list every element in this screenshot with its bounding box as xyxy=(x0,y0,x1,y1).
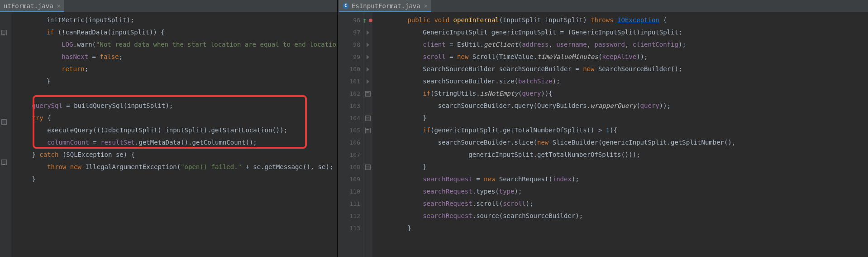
tab-title: EsInputFormat.java xyxy=(352,2,420,10)
gutter-mark[interactable] xyxy=(363,198,372,210)
code-line[interactable]: searchRequest = new SearchRequest(index)… xyxy=(377,173,868,185)
code-line[interactable]: SearchSourceBuilder searchSourceBuilder … xyxy=(377,63,868,75)
line-number: 104 xyxy=(338,112,360,124)
gutter-mark[interactable] xyxy=(363,124,372,136)
code-right[interactable]: public void openInternal(InputSplit inpu… xyxy=(372,12,868,257)
code-line[interactable]: try { xyxy=(11,112,337,124)
code-line[interactable]: } xyxy=(16,75,337,87)
line-number: 110 xyxy=(338,185,360,198)
code-line[interactable]: public void openInternal(InputSplit inpu… xyxy=(377,14,868,26)
line-number: 96 xyxy=(338,14,360,26)
gutter-mark[interactable] xyxy=(363,136,372,149)
fold-gutter-right: ↑ xyxy=(363,12,372,257)
line-number: 103 xyxy=(338,100,360,112)
line-number: 97 xyxy=(338,26,360,39)
line-number: 107 xyxy=(338,149,360,161)
code-line[interactable]: querySql = buildQuerySql(inputSplit); xyxy=(11,100,337,112)
code-line[interactable] xyxy=(16,87,337,100)
code-line[interactable]: } xyxy=(377,112,868,124)
gutter-mark[interactable] xyxy=(363,185,372,198)
code-line[interactable]: genericInputSplit.getTotalNumberOfSplits… xyxy=(377,149,868,161)
line-number: 101 xyxy=(338,75,360,87)
code-line[interactable]: searchRequest.source(searchSourceBuilder… xyxy=(377,210,868,222)
code-line[interactable]: if(StringUtils.isNotEmpty(query)){ xyxy=(377,87,868,100)
code-line[interactable]: } xyxy=(377,161,868,173)
active-underline xyxy=(339,11,431,12)
gutter-mark[interactable] xyxy=(363,26,372,39)
code-line[interactable]: initMetric(inputSplit); xyxy=(16,14,337,26)
line-numbers-right: 9697989910010110210310410510610710810911… xyxy=(338,12,363,257)
gutter-mark[interactable] xyxy=(363,161,372,173)
gutter-mark[interactable] xyxy=(363,100,372,112)
code-line[interactable]: searchSourceBuilder.query(QueryBuilders.… xyxy=(377,100,868,112)
gutter-mark[interactable] xyxy=(363,63,372,75)
tab-strip-left: utFormat.java × xyxy=(0,0,337,12)
line-number: 112 xyxy=(338,210,360,222)
gutter-mark[interactable] xyxy=(363,51,372,63)
line-number: 99 xyxy=(338,51,360,63)
code-line[interactable]: } catch (SQLException se) { xyxy=(11,149,337,161)
line-number: 102 xyxy=(338,87,360,100)
code-line[interactable]: } xyxy=(11,173,337,185)
code-left[interactable]: initMetric(inputSplit); if (!canReadData… xyxy=(11,12,337,257)
line-number: 105 xyxy=(338,124,360,136)
editor-left[interactable]: initMetric(inputSplit); if (!canReadData… xyxy=(0,12,337,257)
java-class-icon: C xyxy=(343,3,349,9)
line-number: 113 xyxy=(338,222,360,234)
code-line[interactable]: columnCount = resultSet.getMetaData().ge… xyxy=(11,136,337,149)
gutter-mark[interactable] xyxy=(363,87,372,100)
close-icon[interactable]: × xyxy=(424,2,428,10)
gutter-mark[interactable] xyxy=(363,75,372,87)
code-line[interactable]: throw new IllegalArgumentException("open… xyxy=(11,161,337,173)
gutter-mark[interactable] xyxy=(363,39,372,51)
code-line[interactable]: return; xyxy=(16,63,337,75)
gutter-mark[interactable] xyxy=(363,222,372,234)
code-line[interactable]: if(genericInputSplit.getTotalNumberOfSpl… xyxy=(377,124,868,136)
line-number: 109 xyxy=(338,173,360,185)
code-line[interactable]: client = EsUtil.getClient(address, usern… xyxy=(377,39,868,51)
code-line[interactable]: searchRequest.types(type); xyxy=(377,185,868,198)
close-icon[interactable]: × xyxy=(57,2,61,10)
code-line[interactable]: GenericInputSplit genericInputSplit = (G… xyxy=(377,26,868,39)
file-tab-left[interactable]: utFormat.java × xyxy=(0,0,64,12)
code-line[interactable]: } xyxy=(377,222,868,234)
gutter-mark[interactable] xyxy=(363,149,372,161)
tab-title: utFormat.java xyxy=(4,2,53,10)
line-number: 98 xyxy=(338,39,360,51)
code-line[interactable]: executeQuery(((JdbcInputSplit) inputSpli… xyxy=(11,124,337,136)
editor-right[interactable]: 9697989910010110210310410510610710810911… xyxy=(338,12,868,257)
line-number: 108 xyxy=(338,161,360,173)
line-number: 111 xyxy=(338,198,360,210)
gutter-mark[interactable] xyxy=(363,173,372,185)
code-line[interactable]: searchSourceBuilder.size(batchSize); xyxy=(377,75,868,87)
right-editor-pane: C EsInputFormat.java × 96979899100101102… xyxy=(338,0,868,257)
line-number: 100 xyxy=(338,63,360,75)
gutter-mark[interactable] xyxy=(363,112,372,124)
gutter-mark[interactable] xyxy=(363,210,372,222)
ide-root: utFormat.java × initMetric(inputSplit); … xyxy=(0,0,868,257)
active-underline xyxy=(0,11,64,12)
gutter-mark[interactable]: ↑ xyxy=(363,14,372,26)
file-tab-right[interactable]: C EsInputFormat.java × xyxy=(339,0,431,12)
code-line[interactable]: scroll = new Scroll(TimeValue.timeValueM… xyxy=(377,51,868,63)
tab-strip-right: C EsInputFormat.java × xyxy=(338,0,868,12)
code-line[interactable]: LOG.warn("Not read data when the start l… xyxy=(16,39,337,51)
code-line[interactable]: if (!canReadData(inputSplit)) { xyxy=(16,26,337,39)
code-line[interactable]: searchRequest.scroll(scroll); xyxy=(377,198,868,210)
gutter-left xyxy=(0,12,11,257)
line-number: 106 xyxy=(338,136,360,149)
left-editor-pane: utFormat.java × initMetric(inputSplit); … xyxy=(0,0,338,257)
code-line[interactable]: hasNext = false; xyxy=(16,51,337,63)
code-line[interactable]: searchSourceBuilder.slice(new SliceBuild… xyxy=(377,136,868,149)
